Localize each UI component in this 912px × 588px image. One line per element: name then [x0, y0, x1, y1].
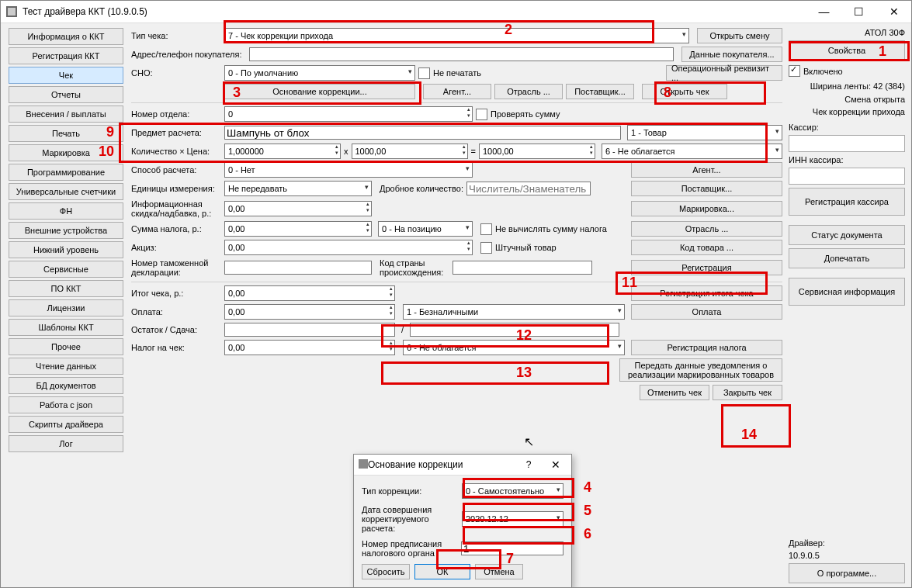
nav-item-15[interactable]: Шаблоны ККТ [9, 319, 123, 336]
label-inf-sk: Информационная скидка/надбавка, р.: [131, 199, 221, 218]
otrasl-button[interactable]: Отрасль ... [494, 84, 563, 99]
nav-item-17[interactable]: Чтение данных [9, 358, 123, 375]
kassir-input[interactable] [789, 135, 905, 152]
kod-str-input[interactable] [453, 261, 592, 275]
oper-req-button[interactable]: Операционный реквизит ... [666, 65, 782, 81]
nav-item-4[interactable]: Внесения / выплаты [9, 105, 123, 123]
label-nomer-pred: Номер предписания налогового органа [362, 539, 461, 558]
reg-button[interactable]: Регистрация [631, 260, 782, 275]
postav-button[interactable]: Поставщик... [566, 84, 634, 99]
osnovanie-korr-button[interactable]: Основание коррекции... [224, 84, 415, 99]
nav-item-14[interactable]: Лицензии [9, 299, 123, 316]
nav-item-5[interactable]: Печать [9, 125, 123, 142]
nalog-ch-input[interactable]: 0,00 [224, 340, 395, 355]
close-check-button[interactable]: Закрыть чек [713, 385, 782, 400]
close-window-button[interactable]: ✕ [876, 1, 911, 22]
oplata-button[interactable]: Оплата [631, 304, 782, 320]
nav-item-13[interactable]: ПО ККТ [9, 280, 123, 297]
akciz-input[interactable]: 0,00 [224, 240, 473, 255]
dialog-reset-button[interactable]: Сбросить [362, 564, 410, 579]
nom-tam-input[interactable] [224, 261, 372, 275]
ne-pechat-checkbox[interactable] [418, 67, 430, 79]
predmet-type-select[interactable]: 1 - Товар [627, 125, 782, 140]
item-otrasl-button[interactable]: Отрасль ... [631, 221, 782, 237]
reg-itog-button[interactable]: Регистрация итога чека [631, 285, 782, 301]
sposob-select[interactable]: 0 - Нет [224, 162, 473, 178]
itog-input[interactable]: 0,00 [224, 285, 395, 301]
nav-item-11[interactable]: Нижний уровень [9, 241, 123, 258]
nav-item-8[interactable]: Универсальные счетчики [9, 183, 123, 200]
inn-input[interactable] [789, 168, 905, 185]
item-mark-button[interactable]: Маркировка... [631, 201, 782, 216]
sno-select[interactable]: 0 - По умолчанию [224, 65, 415, 81]
tip-korr-select[interactable]: 0 - Самостоятельно [462, 483, 563, 499]
nomer-pred-input[interactable] [461, 541, 563, 555]
item-postav-button[interactable]: Поставщик... [631, 181, 782, 196]
dialog-ok-button[interactable]: ОК [414, 564, 470, 579]
nav-item-20[interactable]: Скрипты драйвера [9, 416, 123, 433]
nav-item-18[interactable]: БД документов [9, 377, 123, 394]
shtuch-checkbox[interactable] [480, 242, 492, 254]
sum-nal-select[interactable]: 0 - На позицию [378, 221, 473, 237]
nav-item-10[interactable]: Внешние устройства [9, 222, 123, 239]
minimize-button[interactable]: — [806, 1, 841, 22]
predmet-input[interactable] [224, 126, 621, 140]
props-button[interactable]: Свойства [789, 40, 905, 61]
about-button[interactable]: О программе... [789, 563, 905, 583]
adres-input[interactable] [249, 47, 674, 61]
reg-kassir-button[interactable]: Регистрация кассира [789, 188, 905, 216]
oplata-select[interactable]: 1 - Безналичными [403, 304, 625, 320]
label-ne-pechat: Не печатать [433, 68, 481, 78]
serv-button[interactable]: Сервисная информация [789, 278, 905, 306]
kod-tovara-button[interactable]: Код товара ... [631, 240, 782, 255]
nav-item-9[interactable]: ФН [9, 202, 123, 220]
open-shift-button[interactable]: Открыть смену [697, 28, 782, 43]
dialog-close-button[interactable]: ✕ [540, 454, 571, 476]
agent-button[interactable]: Агент... [423, 84, 491, 99]
nav-item-1[interactable]: Регистрация ККТ [9, 47, 123, 64]
vkl-checkbox[interactable] [789, 65, 800, 77]
label-adres: Адрес/телефон покупателя: [131, 50, 246, 59]
price-input[interactable]: 1000,00 [352, 144, 468, 159]
nav-item-6[interactable]: Маркировка [9, 144, 123, 161]
cursor-icon: ↖ [524, 434, 534, 449]
dialog-help-button[interactable]: ? [517, 454, 540, 476]
nalog-ch-select[interactable]: 6 - Не облагается [403, 340, 625, 355]
ne-vych-checkbox[interactable] [480, 223, 492, 235]
nav-item-16[interactable]: Прочее [9, 338, 123, 355]
driver-label: Драйвер: [789, 538, 905, 548]
oplata-input[interactable]: 0,00 [224, 304, 395, 320]
prover-sum-checkbox[interactable] [476, 109, 487, 120]
ed-izm-select[interactable]: Не передавать [224, 181, 372, 196]
cancel-check-button[interactable]: Отменить чек [640, 385, 709, 400]
maximize-button[interactable]: ☐ [841, 1, 876, 22]
nomer-otd-input[interactable]: 0 [224, 106, 473, 122]
open-check-button[interactable]: Открыть чек [642, 84, 727, 99]
nav-item-12[interactable]: Сервисные [9, 261, 123, 278]
item-agent-button[interactable]: Агент... [631, 162, 782, 178]
nav-item-7[interactable]: Программирование [9, 164, 123, 181]
nav-item-2[interactable]: Чек [9, 67, 123, 84]
data-korr-input[interactable]: 2020.12.12 [462, 511, 563, 527]
qty-input[interactable]: 1,000000 [224, 144, 341, 159]
nav-item-0[interactable]: Информация о ККТ [9, 28, 123, 45]
ostatok1-input[interactable] [224, 323, 395, 337]
inf-sk-input[interactable]: 0,00 [224, 201, 372, 216]
nav-item-3[interactable]: Отчеты [9, 86, 123, 103]
peredat-button[interactable]: Передать данные уведомления о реализации… [619, 358, 782, 382]
total-input[interactable]: 1000,00 [479, 144, 595, 159]
drob-kol-input[interactable] [466, 182, 591, 195]
sum-nal-input[interactable]: 0,00 [224, 221, 372, 237]
nav-item-19[interactable]: Работа с json [9, 396, 123, 413]
label-nom-tam: Номер таможенной декларации: [131, 258, 221, 277]
buyer-data-button[interactable]: Данные покупателя... [681, 47, 782, 62]
reg-nalog-button[interactable]: Регистрация налога [631, 340, 782, 355]
ostatok2-input[interactable] [410, 323, 619, 337]
tax-select[interactable]: 6 - Не облагается [602, 144, 782, 159]
dopech-button[interactable]: Допечатать [789, 248, 905, 268]
tip-cheka-select[interactable]: 7 - Чек коррекции прихода [224, 28, 689, 43]
nav-item-21[interactable]: Лог [9, 435, 123, 452]
status-button[interactable]: Статус документа [789, 225, 905, 245]
label-tip-cheka: Тип чека: [131, 31, 221, 40]
dialog-cancel-button[interactable]: Отмена [475, 564, 523, 579]
